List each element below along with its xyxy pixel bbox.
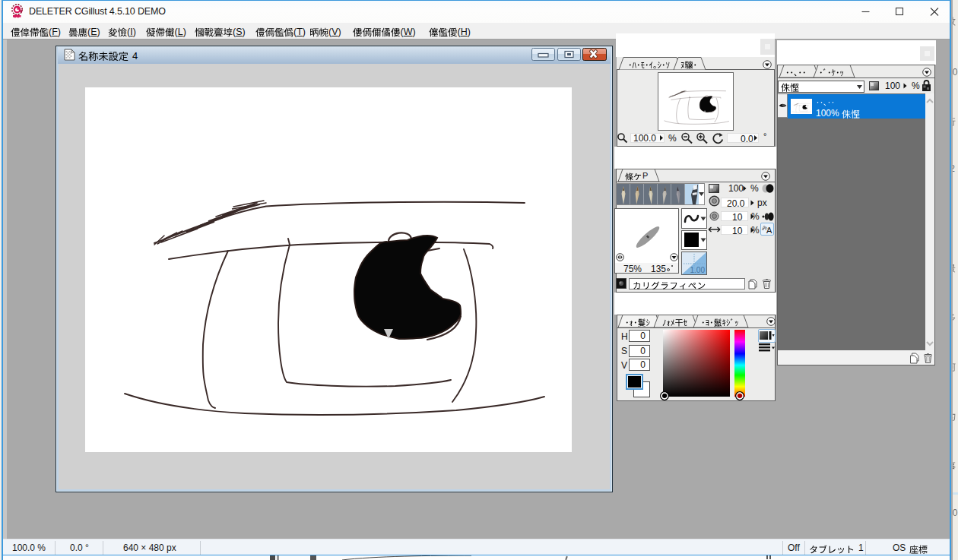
- svg-text:1.00: 1.00: [690, 266, 706, 274]
- svg-text:A: A: [766, 226, 772, 235]
